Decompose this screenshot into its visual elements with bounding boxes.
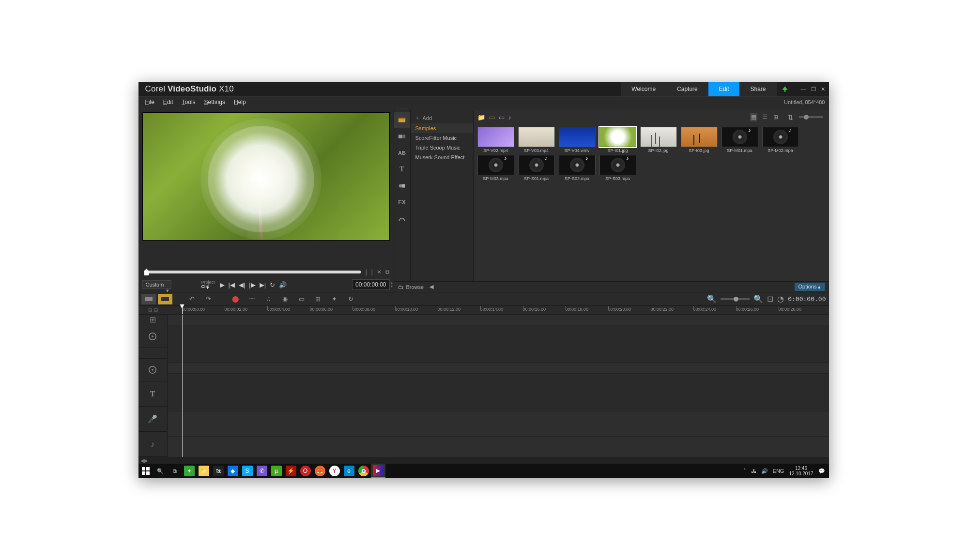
tab-share[interactable]: Share [739,82,776,96]
graphic-tab-icon[interactable] [394,178,410,194]
tray-expand-icon[interactable]: ˄ [743,468,746,474]
taskbar-flash[interactable]: ⚡ [284,464,298,478]
tray-language[interactable]: ENG [773,468,784,474]
volume-button[interactable]: 🔊 [279,281,287,288]
library-item[interactable]: SP-S03.mpa [599,155,637,181]
taskbar-utorrent[interactable]: µ [269,464,284,478]
taskbar-chrome[interactable] [356,464,371,478]
start-button[interactable] [138,464,153,478]
category-triple-scoop[interactable]: Triple Scoop Music [411,143,473,152]
go-end-button[interactable]: ▶| [260,281,266,288]
menu-edit[interactable]: Edit [163,99,173,106]
taskbar-edge[interactable]: e [342,464,356,478]
taskbar-explorer[interactable]: 📁 [197,464,211,478]
auto-music-button[interactable]: ♫ [261,294,276,304]
voice-track-header[interactable]: 🎤 [138,407,167,432]
tab-welcome[interactable]: Welcome [621,82,666,96]
filter-audio-icon[interactable]: ♪ [508,114,512,121]
project-clip-toggle[interactable]: Project Clip [201,280,215,289]
playhead[interactable] [182,306,183,314]
preview-viewport[interactable] [142,112,390,241]
multi-view-button[interactable]: ⊞ [311,294,325,304]
path-tab-icon[interactable] [394,211,410,227]
motion-track-button[interactable]: ◉ [278,294,292,304]
task-view-button[interactable]: ⧉ [168,464,182,478]
zoom-slider[interactable] [721,298,750,300]
mark-out-icon[interactable]: ] [371,269,372,275]
pan-zoom-button[interactable]: ✦ [327,294,342,304]
repeat-button[interactable]: ↻ [270,281,275,288]
frame-fwd-button[interactable]: |▶ [249,281,255,288]
tray-volume-icon[interactable]: 🔊 [761,468,768,474]
menu-help[interactable]: Help [234,99,246,106]
timeline-view-button[interactable] [158,294,172,304]
fit-timeline-icon[interactable]: ⊡ [767,294,773,303]
clear-marks-icon[interactable]: ✕ [377,269,382,275]
ruler-mode-b-icon[interactable]: ⊟ [154,307,158,313]
project-duration-icon[interactable]: ◔ [777,294,784,303]
track-lanes[interactable] [168,315,829,457]
search-button[interactable]: 🔍 [153,464,168,478]
audio-mixer-button[interactable]: 〰 [245,294,260,304]
library-item[interactable]: SP-V02.mp4 [476,127,515,153]
media-tab-icon[interactable] [394,112,410,128]
tray-notifications-icon[interactable]: 💬 [818,468,825,474]
taskbar-yandex[interactable]: Y [327,464,342,478]
taskbar-videostudio[interactable]: ▶ [371,464,385,478]
library-item[interactable]: SP-M01.mpa [721,127,759,153]
menu-settings[interactable]: Settings [204,99,225,106]
library-item[interactable]: SP-I01.jpg [599,127,637,153]
undo-button[interactable]: ↶ [185,294,200,304]
zoom-in-icon[interactable]: 🔍 [753,294,763,303]
scroll-right-icon[interactable]: ▶ [144,458,148,463]
ruler-mode-a-icon[interactable]: ⊟ [148,307,152,313]
browse-label[interactable]: Browse [406,284,424,290]
taskbar-viber[interactable]: ✆ [255,464,269,478]
title-track-header[interactable]: T [138,381,167,407]
transition-tab-icon[interactable] [394,129,410,144]
library-item[interactable]: SP-M03.mpa [476,155,515,181]
playhead-line[interactable] [182,315,183,457]
library-item[interactable]: SP-S01.mpa [517,155,556,181]
update-icon[interactable] [777,82,793,96]
go-start-button[interactable]: |◀ [229,281,235,288]
enlarge-preview-icon[interactable]: ⧉ [385,269,390,275]
library-item[interactable]: SP-M02.mpa [761,127,800,153]
preview-mode-dropdown[interactable]: Custom [142,280,171,289]
tab-edit[interactable]: Edit [708,82,740,96]
music-track-header[interactable]: ♪ [138,432,167,457]
overlay-toggle-row[interactable] [138,348,167,359]
timeline-ruler[interactable]: ⊟ ⊟ 00:00:00.0000:00:02.0000:00:04.0000:… [138,306,829,315]
menu-tools[interactable]: Tools [182,99,196,106]
scroll-left-icon[interactable]: ◀ [140,458,144,463]
redo-button[interactable]: ↷ [201,294,216,304]
filter-video-icon[interactable]: ▭ [489,114,495,121]
category-samples[interactable]: Samples [411,123,473,133]
library-item[interactable]: SP-I03.jpg [680,127,719,153]
library-item[interactable]: SP-I02.jpg [639,127,678,153]
minimize-button[interactable]: — [801,86,806,92]
scrub-track[interactable] [144,271,361,273]
scrub-thumb[interactable] [144,269,149,275]
menu-file[interactable]: File [145,99,154,106]
tray-network-icon[interactable]: 🖧 [751,468,756,474]
add-folder-button[interactable]: ＋ Add [411,112,473,123]
timecode-spinner[interactable]: ▲▼ [390,280,395,289]
view-thumb-icon[interactable]: ▦ [750,113,757,121]
storyboard-view-button[interactable] [141,294,156,304]
import-folder-icon[interactable]: 📁 [477,114,485,121]
taskbar-dropbox[interactable]: ◆ [226,464,240,478]
close-button[interactable]: ✕ [821,86,825,92]
taskbar-firefox[interactable]: 🦊 [313,464,327,478]
taskbar-app-1[interactable]: ✦ [182,464,197,478]
maximize-button[interactable]: ❐ [811,86,816,92]
browse-icon[interactable]: 🗀 [398,284,403,290]
view-list-icon[interactable]: ☰ [761,113,768,121]
thumbnail-size-slider[interactable] [799,116,823,118]
library-item[interactable]: SP-S02.mpa [558,155,597,181]
taskbar-store[interactable]: 🛍 [211,464,226,478]
timeline-scrollbar[interactable]: ◀ ▶ [138,457,829,464]
options-button[interactable]: Options ▴ [795,283,825,291]
taskbar-skype[interactable]: S [240,464,255,478]
view-grid-icon[interactable]: ⊞ [772,113,779,121]
